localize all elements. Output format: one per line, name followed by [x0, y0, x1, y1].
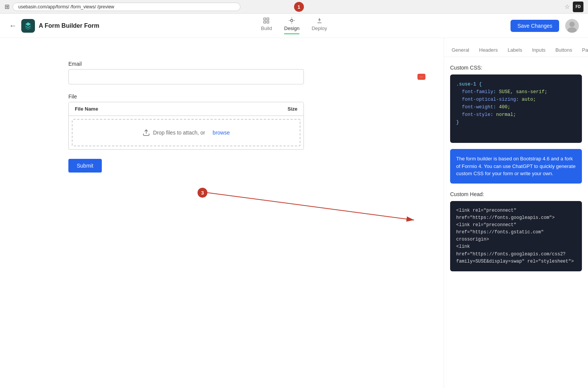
- svg-point-4: [291, 19, 293, 22]
- panel-tabs: General Headers Labels Inputs Buttons Pa…: [444, 38, 588, 57]
- file-col-name-header: File Name: [75, 106, 252, 112]
- back-button[interactable]: ←: [9, 21, 17, 30]
- drop-text: Drop files to attach, or: [153, 130, 205, 136]
- email-field-group: Email ···: [68, 61, 428, 84]
- submit-button[interactable]: Submit: [68, 159, 102, 173]
- tab-labels[interactable]: Labels: [503, 44, 526, 57]
- svg-point-6: [567, 27, 577, 33]
- tab-inputs[interactable]: Inputs: [528, 44, 550, 57]
- bookmark-icon[interactable]: ☆: [564, 3, 570, 10]
- file-label: File: [68, 93, 428, 100]
- file-field-group: File File Name Size Drop files to attach…: [68, 93, 428, 150]
- app-header: ← A Form Builder Form Build 1 Design: [0, 14, 588, 38]
- tab-design[interactable]: 1 Design: [284, 17, 299, 34]
- browse-link[interactable]: browse: [213, 130, 230, 136]
- nav-tabs: Build 1 Design Deploy: [261, 17, 327, 34]
- custom-css-label: Custom CSS:: [450, 65, 582, 71]
- tab-pagination[interactable]: Pagination: [577, 44, 588, 57]
- tab-buttons[interactable]: Buttons: [551, 44, 577, 57]
- custom-head-label: Custom Head:: [450, 191, 582, 197]
- main-layout: Email ··· File File Name Size Drop files…: [0, 38, 588, 388]
- upload-icon: [142, 129, 150, 136]
- app-logo: [21, 19, 35, 33]
- right-panel: General Headers Labels Inputs Buttons Pa…: [444, 38, 588, 388]
- svg-rect-3: [267, 21, 269, 23]
- header-right: Save Changes: [511, 19, 579, 33]
- annotation-arrow-3: [198, 188, 425, 226]
- app-title: A Form Builder Form: [39, 22, 99, 29]
- email-input-wrapper: ···: [68, 69, 428, 84]
- email-label: Email: [68, 61, 428, 67]
- input-options-button[interactable]: ···: [417, 74, 425, 80]
- tab-headers[interactable]: Headers: [474, 44, 502, 57]
- svg-rect-0: [264, 18, 266, 20]
- form-preview: Email ··· File File Name Size Drop files…: [0, 38, 444, 388]
- custom-head-editor[interactable]: <link rel="preconnect" href="https://fon…: [450, 201, 582, 272]
- svg-rect-1: [267, 18, 269, 20]
- tab-build[interactable]: Build: [261, 17, 272, 34]
- info-box: The form builder is based on Bootstrap 4…: [450, 149, 582, 184]
- custom-css-editor[interactable]: .suse-1 { font-family: SUSE, sans-serif;…: [450, 74, 582, 143]
- annotation-bubble-1: 1: [294, 2, 304, 12]
- browser-avatar: FD: [573, 2, 583, 12]
- file-table-header: File Name Size: [69, 102, 303, 116]
- email-input[interactable]: [68, 69, 304, 84]
- tabs-icon: ⊞: [5, 3, 9, 10]
- file-col-size-header: Size: [252, 106, 297, 112]
- file-table: File Name Size Drop files to attach, or …: [68, 102, 304, 150]
- annotation-bubble-3: 3: [198, 188, 207, 198]
- svg-point-5: [569, 22, 575, 27]
- tab-deploy[interactable]: Deploy: [311, 17, 327, 34]
- user-avatar: [565, 19, 579, 33]
- svg-line-9: [207, 193, 414, 220]
- tab-general[interactable]: General: [447, 44, 474, 57]
- file-drop-zone[interactable]: Drop files to attach, or browse: [72, 119, 300, 146]
- panel-content: Custom CSS: .suse-1 { font-family: SUSE,…: [444, 57, 588, 388]
- save-changes-button[interactable]: Save Changes: [511, 20, 559, 32]
- url-bar[interactable]: usebasin.com/app/forms/ /form_views/ /pr…: [13, 3, 240, 11]
- svg-rect-2: [264, 21, 266, 23]
